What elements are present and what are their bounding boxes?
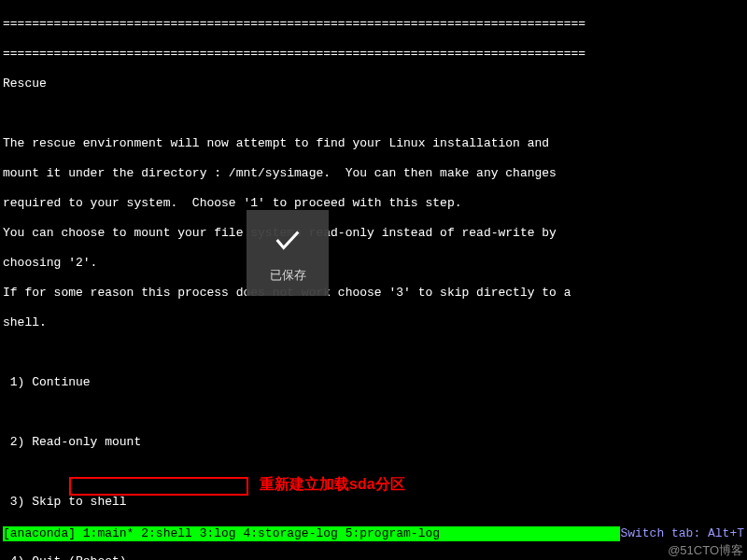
rescue-text: shell. [3, 315, 744, 330]
rescue-text: You can choose to mount your file system… [3, 226, 744, 241]
watermark: @51CTO博客 [668, 543, 743, 558]
annotation-label: 重新建立加载sda分区 [260, 477, 405, 492]
menu-option-4: 4) Quit (Reboot) [3, 554, 744, 560]
menu-option-1: 1) Continue [3, 375, 744, 390]
status-left: [anaconda] 1:main* 2:shell 3:log 4:stora… [3, 526, 620, 541]
menu-option-3: 3) Skip to shell [3, 495, 744, 510]
tmux-status-bar: [anaconda] 1:main* 2:shell 3:log 4:stora… [0, 526, 747, 541]
blank-line [3, 405, 744, 420]
blank-line [3, 106, 744, 121]
rescue-text: required to your system. Choose '1' to p… [3, 196, 744, 211]
annotation-highlight-box [69, 477, 248, 496]
status-right: Switch tab: Alt+T [620, 526, 744, 541]
rescue-text: mount it under the directory : /mnt/sysi… [3, 166, 744, 181]
divider: ========================================… [3, 47, 744, 62]
rescue-title: Rescue [3, 77, 744, 91]
rescue-text: If for some reason this process does not… [3, 286, 744, 301]
toast-label: 已保存 [270, 268, 306, 283]
check-icon [272, 224, 303, 260]
rescue-text: The rescue environment will now attempt … [3, 136, 744, 151]
divider: ========================================… [3, 17, 744, 32]
rescue-text: choosing '2'. [3, 256, 744, 271]
blank-line [3, 345, 744, 360]
saved-toast: 已保存 [247, 210, 329, 296]
menu-option-2: 2) Read-only mount [3, 435, 744, 450]
